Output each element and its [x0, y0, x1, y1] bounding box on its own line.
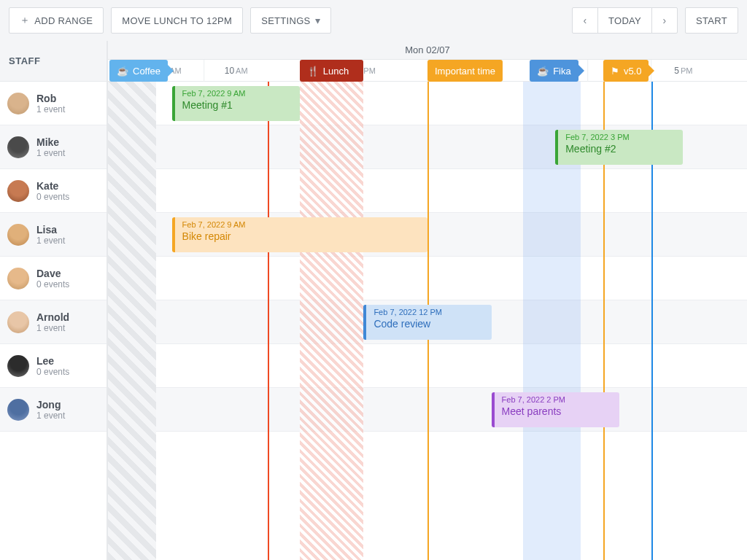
- avatar: [7, 268, 29, 289]
- hour-cell: 10AM: [204, 60, 268, 82]
- event-title: Bike repair: [182, 230, 420, 242]
- next-button[interactable]: ›: [651, 7, 678, 34]
- today-button[interactable]: TODAY: [597, 7, 652, 34]
- event[interactable]: Feb 7, 2022 3 PMMeeting #2: [555, 130, 683, 165]
- date-header: Mon 02/07: [108, 41, 747, 60]
- staff-meta: Arnold1 event: [36, 311, 69, 333]
- event[interactable]: Feb 7, 2022 9 AMMeeting #1: [172, 86, 300, 121]
- staff-name: Kate: [36, 180, 69, 192]
- now-time-line: [268, 82, 269, 560]
- scheduler-body: Mon 02/07 9AM10AM12PM2PM4PM5PM☕Coffee🍴Lu…: [108, 41, 747, 560]
- nav-button-group: ‹ TODAY ›: [572, 7, 678, 34]
- caret-down-icon: ▾: [315, 15, 320, 26]
- event-timestamp: Feb 7, 2022 2 PM: [502, 395, 612, 404]
- staff-event-count: 1 event: [36, 411, 65, 421]
- event-title: Meeting #2: [565, 143, 676, 155]
- range-chip-label: Fika: [553, 66, 571, 77]
- staff-row[interactable]: Lisa1 event: [0, 213, 107, 257]
- chevron-right-icon: ›: [663, 15, 667, 26]
- hour-cell: 5PM: [651, 60, 716, 82]
- settings-button[interactable]: SETTINGS ▾: [250, 7, 331, 34]
- add-range-label: ADD RANGE: [34, 15, 93, 26]
- avatar: [7, 311, 29, 333]
- range-chip-label: Coffee: [133, 66, 160, 77]
- staff-row[interactable]: Rob1 event: [0, 82, 107, 125]
- staff-event-count: 0 events: [36, 192, 69, 202]
- staff-meta: Lisa1 event: [36, 224, 65, 246]
- range-chip-label: Lunch: [323, 66, 349, 77]
- avatar: [7, 93, 29, 114]
- staff-name: Lisa: [36, 224, 65, 236]
- lunch-icon: 🍴: [307, 66, 319, 77]
- hours-row: 9AM10AM12PM2PM4PM5PM☕Coffee🍴LunchImporta…: [108, 60, 747, 82]
- event-timestamp: Feb 7, 2022 3 PM: [565, 133, 676, 141]
- event-timestamp: Feb 7, 2022 12 PM: [374, 308, 484, 316]
- staff-meta: Lee0 events: [36, 355, 69, 377]
- staff-event-count: 0 events: [36, 279, 69, 289]
- staff-event-count: 1 event: [36, 236, 65, 246]
- staff-row[interactable]: Dave0 events: [0, 257, 107, 300]
- move-lunch-button[interactable]: MOVE LUNCH TO 12PM: [111, 7, 243, 34]
- toolbar: ＋ ADD RANGE MOVE LUNCH TO 12PM SETTINGS …: [0, 0, 747, 41]
- staff-row[interactable]: Jong1 event: [0, 388, 107, 432]
- range-chip-fika[interactable]: ☕Fika: [530, 60, 578, 82]
- prev-button[interactable]: ‹: [572, 7, 598, 34]
- start-label: START: [696, 15, 727, 26]
- avatar: [7, 355, 29, 377]
- staff-event-count: 1 event: [36, 323, 69, 333]
- event[interactable]: Feb 7, 2022 9 AMBike repair: [172, 217, 427, 252]
- event-title: Meeting #1: [182, 99, 293, 111]
- staff-event-count: 1 event: [36, 148, 65, 158]
- staff-list: Rob1 eventMike1 eventKate0 eventsLisa1 e…: [0, 82, 107, 432]
- event-timestamp: Feb 7, 2022 9 AM: [182, 220, 420, 229]
- staff-name: Dave: [36, 268, 69, 279]
- range-chip-label: v5.0: [624, 66, 642, 77]
- range-chip-flag[interactable]: ⚑v5.0: [603, 60, 649, 82]
- range-chip-lunch[interactable]: 🍴Lunch: [300, 60, 364, 82]
- staff-row[interactable]: Mike1 event: [0, 125, 107, 169]
- staff-name: Arnold: [36, 311, 69, 323]
- event-title: Code review: [374, 318, 484, 330]
- avatar: [7, 180, 29, 202]
- staff-meta: Kate0 events: [36, 180, 69, 202]
- staff-row[interactable]: Kate0 events: [0, 169, 107, 213]
- staff-meta: Rob1 event: [36, 93, 65, 114]
- range-chip-coffee[interactable]: ☕Coffee: [109, 60, 168, 82]
- event[interactable]: Feb 7, 2022 2 PMMeet parents: [492, 392, 619, 427]
- range-chip-label: Important time: [435, 66, 495, 77]
- avatar: [7, 224, 29, 246]
- staff-meta: Jong1 event: [36, 399, 65, 421]
- start-button[interactable]: START: [685, 7, 738, 34]
- event-timestamp: Feb 7, 2022 9 AM: [182, 89, 293, 98]
- fika-icon: ☕: [537, 66, 549, 77]
- plus-icon: ＋: [20, 14, 30, 27]
- staff-meta: Dave0 events: [36, 268, 69, 289]
- staff-event-count: 0 events: [36, 367, 69, 377]
- staff-sidebar: STAFF Rob1 eventMike1 eventKate0 eventsL…: [0, 41, 108, 560]
- chevron-left-icon: ‹: [584, 15, 587, 26]
- staff-header: STAFF: [0, 41, 107, 82]
- range-chip-important[interactable]: Important time: [427, 60, 503, 82]
- settings-label: SETTINGS: [261, 15, 310, 26]
- today-label: TODAY: [608, 15, 641, 26]
- coffee-icon: ☕: [117, 66, 128, 77]
- staff-row[interactable]: Lee0 events: [0, 344, 107, 388]
- staff-meta: Mike1 event: [36, 136, 65, 158]
- avatar: [7, 399, 29, 421]
- flag-icon: ⚑: [611, 66, 619, 77]
- scheduler: STAFF Rob1 eventMike1 eventKate0 eventsL…: [0, 41, 747, 560]
- staff-event-count: 1 event: [36, 104, 65, 114]
- event[interactable]: Feb 7, 2022 12 PMCode review: [363, 305, 491, 340]
- add-range-button[interactable]: ＋ ADD RANGE: [9, 7, 104, 34]
- avatar: [7, 136, 29, 158]
- staff-row[interactable]: Arnold1 event: [0, 300, 107, 344]
- move-lunch-label: MOVE LUNCH TO 12PM: [122, 15, 232, 26]
- event-title: Meet parents: [502, 405, 612, 417]
- staff-name: Rob: [36, 93, 65, 104]
- staff-name: Lee: [36, 355, 69, 367]
- staff-name: Jong: [36, 399, 65, 411]
- staff-name: Mike: [36, 136, 65, 148]
